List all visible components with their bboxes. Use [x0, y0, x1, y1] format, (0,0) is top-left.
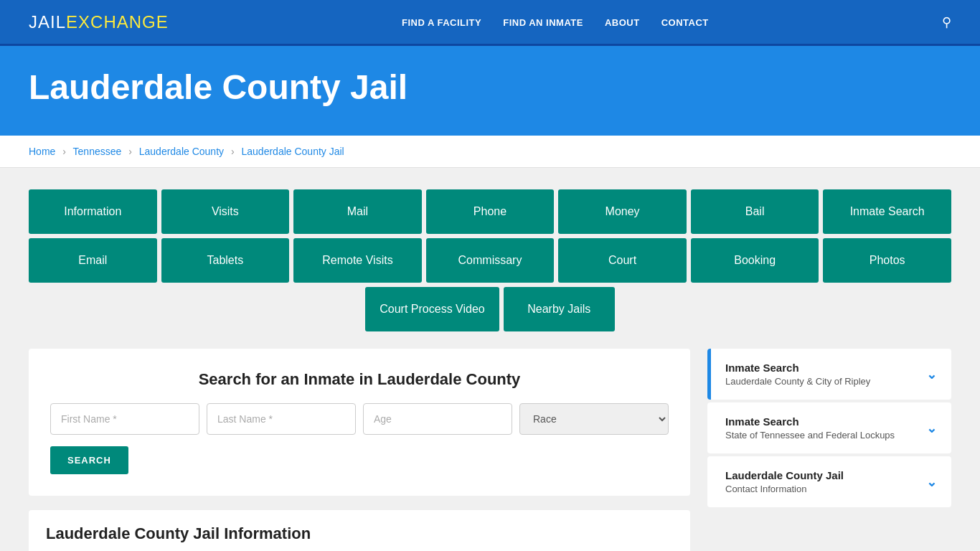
sidebar-item-text-contact: Lauderdale County Jail Contact Informati…	[725, 469, 844, 494]
breadcrumb: Home › Tennessee › Lauderdale County › L…	[0, 136, 980, 168]
grid-btn-court[interactable]: Court	[558, 238, 687, 283]
chevron-down-icon-contact: ⌄	[926, 474, 937, 490]
grid-btn-photos[interactable]: Photos	[823, 238, 951, 283]
grid-btn-nearby-jails[interactable]: Nearby Jails	[504, 287, 615, 331]
search-form-row: Race	[50, 403, 669, 435]
age-input[interactable]	[363, 403, 512, 435]
sidebar-item-inmate-search-state[interactable]: Inmate Search State of Tennessee and Fed…	[707, 402, 951, 453]
search-form-title: Search for an Inmate in Lauderdale Count…	[50, 370, 669, 389]
main-content: Information Visits Mail Phone Money Bail…	[0, 168, 980, 551]
search-button[interactable]: SEARCH	[50, 446, 128, 474]
grid-btn-inmate-search[interactable]: Inmate Search	[823, 189, 951, 234]
breadcrumb-separator-3: ›	[231, 146, 235, 157]
last-name-input[interactable]	[207, 403, 356, 435]
nav-item-contact[interactable]: CONTACT	[661, 16, 709, 29]
breadcrumb-current[interactable]: Lauderdale County Jail	[242, 146, 344, 157]
nav-grid-row3: Court Process Video Nearby Jails	[29, 287, 951, 331]
breadcrumb-home[interactable]: Home	[29, 146, 55, 157]
grid-btn-bail[interactable]: Bail	[691, 189, 819, 234]
site-logo[interactable]: JAILEXCHANGE	[29, 12, 169, 32]
logo-jail: JAIL	[29, 12, 66, 32]
sidebar-item-text-county: Inmate Search Lauderdale County & City o…	[725, 362, 870, 387]
grid-btn-visits[interactable]: Visits	[161, 189, 290, 234]
hero-section: Lauderdale County Jail	[0, 46, 980, 136]
sidebar-item-inmate-search-county[interactable]: Inmate Search Lauderdale County & City o…	[707, 349, 951, 400]
breadcrumb-county[interactable]: Lauderdale County	[139, 146, 224, 157]
sidebar-item-title-state: Inmate Search	[725, 415, 895, 428]
first-name-input[interactable]	[50, 403, 199, 435]
bottom-section: Search for an Inmate in Lauderdale Count…	[29, 349, 951, 551]
logo-exchange: EXCHANGE	[66, 12, 169, 32]
nav-item-find-inmate[interactable]: FIND AN INMATE	[503, 16, 583, 29]
info-section: Lauderdale County Jail Information	[29, 510, 690, 551]
chevron-down-icon-state: ⌄	[926, 420, 937, 436]
grid-btn-tablets[interactable]: Tablets	[161, 238, 290, 283]
grid-btn-court-process-video[interactable]: Court Process Video	[365, 287, 499, 331]
nav-menu: FIND A FACILITY FIND AN INMATE ABOUT CON…	[402, 16, 709, 29]
chevron-down-icon-county: ⌄	[926, 367, 937, 382]
grid-btn-information[interactable]: Information	[29, 189, 157, 234]
grid-btn-money[interactable]: Money	[558, 189, 687, 234]
nav-grid-row2: Email Tablets Remote Visits Commissary C…	[29, 238, 951, 283]
nav-item-about[interactable]: ABOUT	[605, 16, 640, 29]
inmate-search-form: Search for an Inmate in Lauderdale Count…	[29, 349, 690, 496]
grid-btn-mail[interactable]: Mail	[293, 189, 422, 234]
sidebar-item-title-contact: Lauderdale County Jail	[725, 469, 844, 481]
grid-btn-remote-visits[interactable]: Remote Visits	[293, 238, 422, 283]
nav-item-find-facility[interactable]: FIND A FACILITY	[402, 16, 481, 29]
page-title: Lauderdale County Jail	[29, 67, 951, 107]
nav-grid-row1: Information Visits Mail Phone Money Bail…	[29, 189, 951, 234]
sidebar-item-subtitle-state: State of Tennessee and Federal Lockups	[725, 430, 895, 441]
grid-btn-phone[interactable]: Phone	[426, 189, 555, 234]
breadcrumb-separator-2: ›	[128, 146, 132, 157]
grid-btn-booking[interactable]: Booking	[691, 238, 819, 283]
info-section-title: Lauderdale County Jail Information	[46, 524, 673, 543]
grid-btn-commissary[interactable]: Commissary	[426, 238, 555, 283]
sidebar-item-text-state: Inmate Search State of Tennessee and Fed…	[725, 415, 895, 441]
race-select[interactable]: Race	[519, 403, 669, 435]
breadcrumb-state[interactable]: Tennessee	[73, 146, 122, 157]
navigation: JAILEXCHANGE FIND A FACILITY FIND AN INM…	[0, 0, 980, 46]
sidebar-item-subtitle-county: Lauderdale County & City of Ripley	[725, 376, 870, 387]
breadcrumb-separator-1: ›	[62, 146, 66, 157]
search-icon[interactable]: ⚲	[942, 14, 951, 30]
sidebar-item-subtitle-contact: Contact Information	[725, 484, 844, 494]
sidebar: Inmate Search Lauderdale County & City o…	[707, 349, 951, 510]
sidebar-item-contact-info[interactable]: Lauderdale County Jail Contact Informati…	[707, 456, 951, 507]
grid-btn-email[interactable]: Email	[29, 238, 157, 283]
sidebar-item-title-county: Inmate Search	[725, 362, 870, 374]
